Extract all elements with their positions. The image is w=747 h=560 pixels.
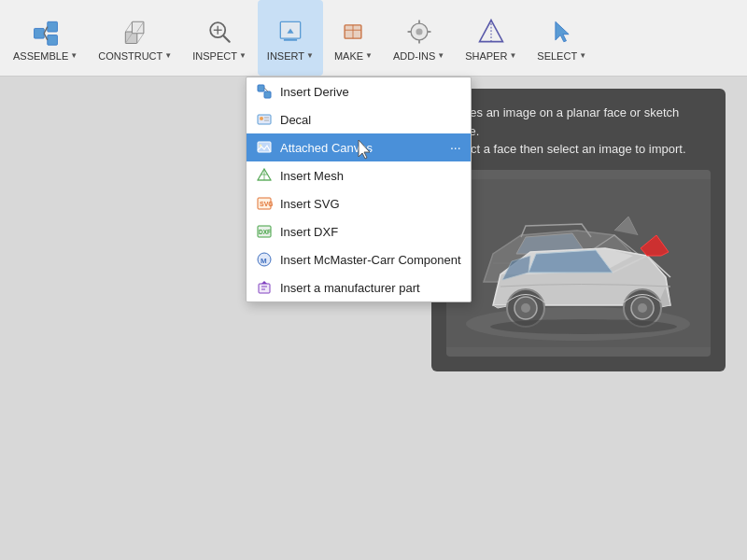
svg-line-10 [136,33,143,43]
menu-item-decal-label: Decal [280,113,461,127]
menu-item-insert-manufacturer[interactable]: Insert a manufacturer part [247,273,471,301]
toolbar-group-addins[interactable]: ADD-INS ▼ [384,0,454,76]
insert-dxf-icon: DXF [256,223,273,240]
insert-mesh-icon [256,167,273,184]
svg-point-65 [638,303,647,313]
assemble-label: ASSEMBLE ▼ [13,50,78,62]
insert-icon [274,15,307,49]
shaper-label: SHAPER ▼ [465,50,516,62]
svg-rect-0 [34,28,44,38]
preview-description: Places an image on a planar face or sket… [446,104,711,159]
main-toolbar: ASSEMBLE ▼ CONSTRUCT ▼ [0,0,747,77]
menu-item-insert-mesh-label: Insert Mesh [280,169,461,183]
svg-rect-31 [264,91,271,98]
svg-line-4 [44,33,48,39]
svg-line-32 [264,88,268,91]
attached-canvas-more-icon: ··· [450,140,461,155]
svg-line-3 [44,26,48,33]
menu-item-insert-derive[interactable]: Insert Derive [247,77,471,105]
construct-icon [119,15,152,49]
insert-derive-icon [256,83,273,100]
construct-label: CONSTRUCT ▼ [98,50,172,62]
insert-mcmaster-icon: M [256,251,273,268]
svg-point-62 [521,303,530,313]
toolbar-group-make[interactable]: MAKE ▼ [325,0,382,76]
insert-label: INSERT ▼ [267,50,314,62]
svg-text:M: M [261,257,267,265]
menu-item-insert-mcmaster-label: Insert McMaster-Carr Component [280,253,461,267]
svg-point-66 [490,319,677,334]
inspect-label: INSPECT ▼ [192,50,247,62]
svg-rect-37 [258,142,271,152]
menu-item-attached-canvas[interactable]: Attached Canvas ··· [247,133,471,161]
attached-canvas-icon [256,139,273,156]
shaper-icon [474,15,508,49]
preview-panel: Places an image on a planar face or sket… [431,89,726,371]
toolbar-group-select[interactable]: SELECT ▼ [528,0,596,76]
svg-point-22 [416,28,422,35]
make-label: MAKE ▼ [334,50,373,62]
preview-image [446,170,711,357]
make-icon [336,15,370,49]
svg-line-7 [125,21,132,32]
menu-item-insert-derive-label: Insert Derive [280,85,461,99]
svg-rect-2 [47,35,57,45]
svg-line-12 [223,35,229,41]
menu-item-decal[interactable]: Decal [247,105,471,133]
toolbar-group-insert[interactable]: INSERT ▼ [258,0,323,76]
svg-rect-6 [132,21,143,33]
svg-rect-1 [47,21,57,32]
menu-item-insert-manufacturer-label: Insert a manufacturer part [280,281,461,295]
toolbar-group-inspect[interactable]: INSPECT ▼ [183,0,256,76]
svg-text:SVG: SVG [260,201,273,207]
menu-item-insert-svg-label: Insert SVG [280,197,461,211]
addins-icon [402,15,436,49]
addins-label: ADD-INS ▼ [393,50,444,62]
menu-item-attached-canvas-label: Attached Canvas [280,141,443,155]
menu-item-insert-dxf-label: Insert DXF [280,225,461,239]
toolbar-group-shaper[interactable]: SHAPER ▼ [456,0,526,76]
inspect-icon [203,15,236,49]
menu-item-insert-mcmaster[interactable]: M Insert McMaster-Carr Component [247,245,471,273]
select-icon [545,15,579,49]
svg-text:DXF: DXF [259,229,271,235]
svg-rect-33 [258,115,271,124]
menu-item-insert-svg[interactable]: SVG Insert SVG [247,189,471,217]
svg-rect-30 [258,85,264,91]
menu-item-insert-mesh[interactable]: Insert Mesh [247,161,471,189]
assemble-icon [29,15,63,49]
svg-rect-49 [259,284,270,293]
insert-dropdown-menu: Insert Derive Decal Attached Canvas ··· [246,77,472,302]
select-label: SELECT ▼ [537,50,586,62]
insert-manufacturer-icon [256,279,273,296]
toolbar-group-assemble[interactable]: ASSEMBLE ▼ [4,0,87,76]
toolbar-group-construct[interactable]: CONSTRUCT ▼ [89,0,181,76]
decal-icon [256,111,273,128]
insert-svg-icon: SVG [256,195,273,212]
menu-item-insert-dxf[interactable]: DXF Insert DXF [247,217,471,245]
svg-point-34 [260,117,263,120]
svg-marker-52 [261,281,267,284]
svg-marker-29 [556,21,569,41]
